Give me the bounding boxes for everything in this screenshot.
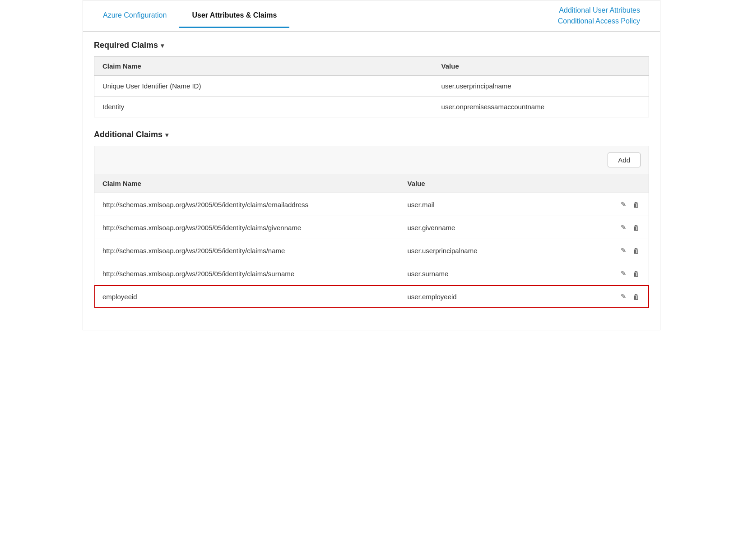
edit-claim-button[interactable]: ✎	[620, 199, 627, 209]
required-claim-value: user.onpremisessamaccountname	[433, 97, 649, 117]
additional-claim-row: employeeid user.employeeid ✎ 🗑	[94, 285, 649, 308]
additional-claim-value: user.surname	[399, 262, 593, 285]
additional-claim-value: user.employeeid	[399, 285, 593, 308]
additional-claims-col-actions	[594, 174, 649, 193]
edit-claim-button[interactable]: ✎	[620, 268, 627, 278]
delete-claim-button[interactable]: 🗑	[632, 269, 641, 278]
additional-claim-actions: ✎ 🗑	[594, 193, 649, 216]
additional-claim-row: http://schemas.xmlsoap.org/ws/2005/05/id…	[94, 262, 649, 285]
tab-user-attributes[interactable]: User Attributes & Claims	[179, 4, 289, 28]
additional-claim-name: http://schemas.xmlsoap.org/ws/2005/05/id…	[94, 216, 399, 239]
additional-claims-header: Additional Claims ▾	[94, 130, 649, 139]
additional-claim-name: employeeid	[94, 285, 399, 308]
required-claims-header-row: Claim Name Value	[94, 57, 649, 76]
additional-claim-name: http://schemas.xmlsoap.org/ws/2005/05/id…	[94, 262, 399, 285]
required-claims-col-value: Value	[433, 57, 649, 76]
add-claim-button[interactable]: Add	[608, 153, 641, 167]
additional-claims-col-name: Claim Name	[94, 174, 399, 193]
tab-additional-user-attributes[interactable]: Additional User Attributes Conditional A…	[545, 0, 653, 31]
additional-claim-actions: ✎ 🗑	[594, 262, 649, 285]
additional-claim-actions: ✎ 🗑	[594, 216, 649, 239]
edit-claim-button[interactable]: ✎	[620, 222, 627, 232]
delete-claim-button[interactable]: 🗑	[632, 246, 641, 255]
required-claims-header: Required Claims ▾	[94, 41, 649, 50]
content-area: Required Claims ▾ Claim Name Value	[83, 32, 660, 330]
required-claims-table: Claim Name Value Unique User Identifier …	[94, 56, 649, 117]
additional-claim-row: http://schemas.xmlsoap.org/ws/2005/05/id…	[94, 239, 649, 262]
nav-tabs: Azure Configuration User Attributes & Cl…	[83, 0, 660, 32]
edit-claim-button[interactable]: ✎	[620, 245, 627, 255]
delete-claim-button[interactable]: 🗑	[632, 200, 641, 209]
additional-claim-actions: ✎ 🗑	[594, 285, 649, 308]
required-claim-name: Unique User Identifier (Name ID)	[94, 76, 433, 97]
additional-claims-table: Add Claim Name Value	[94, 146, 649, 308]
required-claim-row: Unique User Identifier (Name ID) user.us…	[94, 76, 649, 97]
additional-claim-value: user.mail	[399, 193, 593, 216]
additional-claim-row: http://schemas.xmlsoap.org/ws/2005/05/id…	[94, 216, 649, 239]
add-row-cell: Add	[94, 146, 649, 174]
delete-claim-button[interactable]: 🗑	[632, 223, 641, 232]
required-claims-col-name: Claim Name	[94, 57, 433, 76]
required-claim-value: user.userprincipalname	[433, 76, 649, 97]
required-claims-dropdown-arrow[interactable]: ▾	[161, 42, 164, 49]
tab-azure-config[interactable]: Azure Configuration	[90, 4, 179, 28]
additional-claims-col-headers: Claim Name Value	[94, 174, 649, 193]
additional-claim-name: http://schemas.xmlsoap.org/ws/2005/05/id…	[94, 193, 399, 216]
additional-claims-add-row: Add	[94, 146, 649, 174]
additional-claim-value: user.givenname	[399, 216, 593, 239]
additional-claim-actions: ✎ 🗑	[594, 239, 649, 262]
additional-claim-value: user.userprincipalname	[399, 239, 593, 262]
additional-claims-col-value: Value	[399, 174, 593, 193]
edit-claim-button[interactable]: ✎	[620, 292, 627, 301]
additional-claims-dropdown-arrow[interactable]: ▾	[165, 131, 168, 139]
additional-claims-section: Additional Claims ▾ Add Claim Name	[94, 130, 649, 308]
required-claims-section: Required Claims ▾ Claim Name Value	[94, 41, 649, 117]
required-claim-name: Identity	[94, 97, 433, 117]
page-container: Azure Configuration User Attributes & Cl…	[83, 0, 660, 330]
required-claim-row: Identity user.onpremisessamaccountname	[94, 97, 649, 117]
additional-claim-row: http://schemas.xmlsoap.org/ws/2005/05/id…	[94, 193, 649, 216]
delete-claim-button[interactable]: 🗑	[632, 292, 641, 301]
additional-claim-name: http://schemas.xmlsoap.org/ws/2005/05/id…	[94, 239, 399, 262]
